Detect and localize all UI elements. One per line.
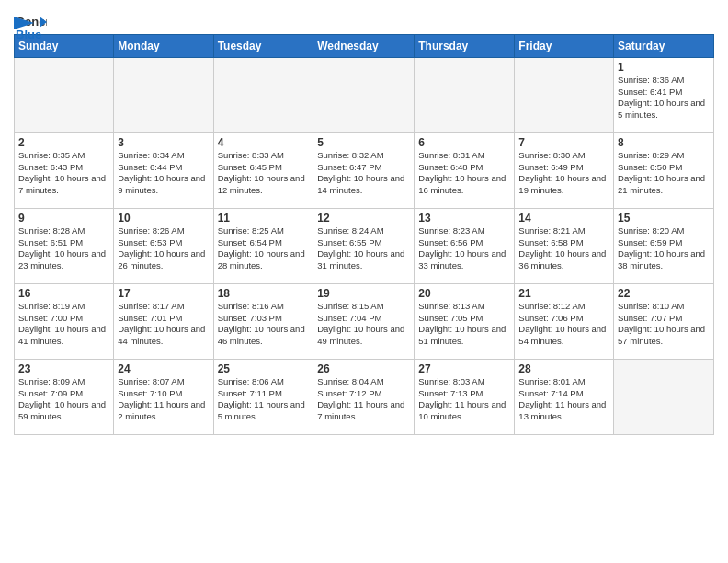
day-info: Sunrise: 8:17 AM Sunset: 7:01 PM Dayligh… [118,301,209,348]
week-row-2: 9Sunrise: 8:28 AM Sunset: 6:51 PM Daylig… [15,208,714,283]
day-number: 7 [518,136,609,149]
day-info: Sunrise: 8:03 AM Sunset: 7:13 PM Dayligh… [418,376,510,423]
day-info: Sunrise: 8:25 AM Sunset: 6:54 PM Dayligh… [218,225,310,272]
day-info: Sunrise: 8:13 AM Sunset: 7:05 PM Dayligh… [418,301,510,348]
day-info: Sunrise: 8:28 AM Sunset: 6:51 PM Dayligh… [18,225,109,272]
week-row-1: 2Sunrise: 8:35 AM Sunset: 6:43 PM Daylig… [15,132,714,208]
logo-arrow [14,17,34,29]
day-cell: 11Sunrise: 8:25 AM Sunset: 6:54 PM Dayli… [213,208,313,283]
day-cell: 22Sunrise: 8:10 AM Sunset: 7:07 PM Dayli… [614,283,714,359]
day-cell: 5Sunrise: 8:32 AM Sunset: 6:47 PM Daylig… [313,132,415,208]
day-info: Sunrise: 8:32 AM Sunset: 6:47 PM Dayligh… [317,150,410,197]
day-info: Sunrise: 8:12 AM Sunset: 7:06 PM Dayligh… [518,301,609,348]
weekday-friday: Friday [515,34,614,57]
weekday-wednesday: Wednesday [313,34,415,57]
day-number: 16 [18,287,109,300]
day-number: 12 [317,212,410,224]
day-cell: 26Sunrise: 8:04 AM Sunset: 7:12 PM Dayli… [313,359,415,434]
day-cell: 7Sunrise: 8:30 AM Sunset: 6:49 PM Daylig… [515,132,614,208]
day-info: Sunrise: 8:04 AM Sunset: 7:12 PM Dayligh… [317,376,410,423]
day-number: 22 [618,287,710,300]
day-number: 15 [618,212,710,224]
day-number: 11 [218,212,310,224]
day-number: 26 [317,362,410,375]
logo: General Blue [14,9,47,29]
week-row-0: 1Sunrise: 8:36 AM Sunset: 6:41 PM Daylig… [15,57,714,132]
day-info: Sunrise: 8:31 AM Sunset: 6:48 PM Dayligh… [418,150,510,197]
week-row-3: 16Sunrise: 8:19 AM Sunset: 7:00 PM Dayli… [15,283,714,359]
day-cell: 2Sunrise: 8:35 AM Sunset: 6:43 PM Daylig… [15,132,114,208]
day-info: Sunrise: 8:23 AM Sunset: 6:56 PM Dayligh… [418,225,510,272]
day-cell: 6Sunrise: 8:31 AM Sunset: 6:48 PM Daylig… [415,132,515,208]
day-info: Sunrise: 8:33 AM Sunset: 6:45 PM Dayligh… [218,150,310,197]
day-cell [614,359,714,434]
day-info: Sunrise: 8:35 AM Sunset: 6:43 PM Dayligh… [18,150,109,197]
day-cell: 21Sunrise: 8:12 AM Sunset: 7:06 PM Dayli… [515,283,614,359]
day-number: 28 [518,362,609,375]
day-cell: 15Sunrise: 8:20 AM Sunset: 6:59 PM Dayli… [614,208,714,283]
day-number: 9 [18,212,109,224]
day-number: 10 [118,212,209,224]
day-cell: 25Sunrise: 8:06 AM Sunset: 7:11 PM Dayli… [213,359,313,434]
day-info: Sunrise: 8:20 AM Sunset: 6:59 PM Dayligh… [618,225,710,272]
day-number: 21 [518,287,609,300]
day-info: Sunrise: 8:21 AM Sunset: 6:58 PM Dayligh… [518,225,609,272]
day-cell: 14Sunrise: 8:21 AM Sunset: 6:58 PM Dayli… [515,208,614,283]
day-number: 5 [317,136,410,149]
day-info: Sunrise: 8:01 AM Sunset: 7:14 PM Dayligh… [518,376,609,423]
day-number: 23 [18,362,109,375]
day-cell: 3Sunrise: 8:34 AM Sunset: 6:44 PM Daylig… [114,132,213,208]
day-cell [15,57,114,132]
day-cell [415,57,515,132]
day-info: Sunrise: 8:26 AM Sunset: 6:53 PM Dayligh… [118,225,209,272]
day-info: Sunrise: 8:07 AM Sunset: 7:10 PM Dayligh… [118,376,209,423]
weekday-saturday: Saturday [614,34,714,57]
day-number: 14 [518,212,609,224]
day-cell [114,57,213,132]
day-cell: 1Sunrise: 8:36 AM Sunset: 6:41 PM Daylig… [614,57,714,132]
day-number: 24 [118,362,209,375]
day-number: 6 [418,136,510,149]
day-number: 17 [118,287,209,300]
day-info: Sunrise: 8:34 AM Sunset: 6:44 PM Dayligh… [118,150,209,197]
day-number: 20 [418,287,510,300]
day-cell [515,57,614,132]
day-info: Sunrise: 8:30 AM Sunset: 6:49 PM Dayligh… [518,150,609,197]
day-number: 1 [618,61,710,74]
day-cell: 10Sunrise: 8:26 AM Sunset: 6:53 PM Dayli… [114,208,213,283]
day-info: Sunrise: 8:19 AM Sunset: 7:00 PM Dayligh… [18,301,109,348]
svg-marker-3 [14,17,34,29]
day-cell: 9Sunrise: 8:28 AM Sunset: 6:51 PM Daylig… [15,208,114,283]
day-info: Sunrise: 8:09 AM Sunset: 7:09 PM Dayligh… [18,376,109,423]
day-cell [213,57,313,132]
weekday-header-row: SundayMondayTuesdayWednesdayThursdayFrid… [15,34,714,57]
day-cell: 27Sunrise: 8:03 AM Sunset: 7:13 PM Dayli… [415,359,515,434]
day-info: Sunrise: 8:06 AM Sunset: 7:11 PM Dayligh… [218,376,310,423]
day-cell: 16Sunrise: 8:19 AM Sunset: 7:00 PM Dayli… [15,283,114,359]
day-cell: 23Sunrise: 8:09 AM Sunset: 7:09 PM Dayli… [15,359,114,434]
day-number: 3 [118,136,209,149]
day-number: 13 [418,212,510,224]
day-cell: 12Sunrise: 8:24 AM Sunset: 6:55 PM Dayli… [313,208,415,283]
page-container: General Blue SundayMon [0,0,728,444]
day-cell: 13Sunrise: 8:23 AM Sunset: 6:56 PM Dayli… [415,208,515,283]
day-info: Sunrise: 8:24 AM Sunset: 6:55 PM Dayligh… [317,225,410,272]
day-number: 2 [18,136,109,149]
week-row-4: 23Sunrise: 8:09 AM Sunset: 7:09 PM Dayli… [15,359,714,434]
day-info: Sunrise: 8:36 AM Sunset: 6:41 PM Dayligh… [618,75,710,121]
day-info: Sunrise: 8:10 AM Sunset: 7:07 PM Dayligh… [618,301,710,348]
header: General Blue [14,9,714,29]
weekday-thursday: Thursday [415,34,515,57]
day-cell: 8Sunrise: 8:29 AM Sunset: 6:50 PM Daylig… [614,132,714,208]
day-cell: 28Sunrise: 8:01 AM Sunset: 7:14 PM Dayli… [515,359,614,434]
day-number: 4 [218,136,310,149]
day-cell: 17Sunrise: 8:17 AM Sunset: 7:01 PM Dayli… [114,283,213,359]
day-cell: 18Sunrise: 8:16 AM Sunset: 7:03 PM Dayli… [213,283,313,359]
day-number: 27 [418,362,510,375]
weekday-tuesday: Tuesday [213,34,313,57]
day-info: Sunrise: 8:29 AM Sunset: 6:50 PM Dayligh… [618,150,710,197]
day-cell [313,57,415,132]
day-cell: 4Sunrise: 8:33 AM Sunset: 6:45 PM Daylig… [213,132,313,208]
day-cell: 20Sunrise: 8:13 AM Sunset: 7:05 PM Dayli… [415,283,515,359]
day-info: Sunrise: 8:15 AM Sunset: 7:04 PM Dayligh… [317,301,410,348]
